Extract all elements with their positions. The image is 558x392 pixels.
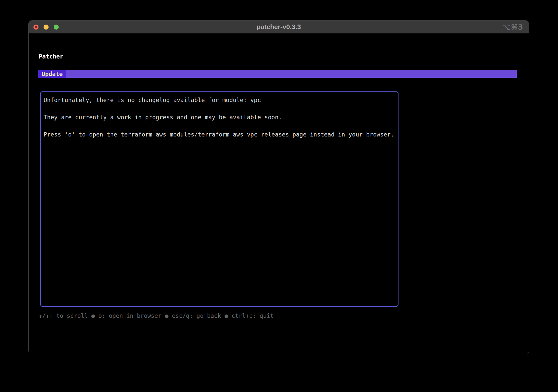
- changelog-line: Press 'o' to open the terraform-aws-modu…: [44, 130, 395, 139]
- terminal-content: Patcher Update Unfortunately, there is n…: [29, 34, 529, 354]
- tab-bar: Update: [38, 70, 517, 78]
- app-heading: Patcher: [39, 52, 63, 61]
- help-bar: ↑/↓: to scroll ● o: open in browser ● es…: [39, 311, 274, 320]
- changelog-viewport[interactable]: Unfortunately, there is no changelog ava…: [40, 91, 398, 307]
- changelog-line: Unfortunately, there is no changelog ava…: [44, 96, 395, 104]
- window-titlebar[interactable]: patcher-v0.3.3 ⌥⌘3: [29, 21, 529, 33]
- changelog-line: They are currently a work in progress an…: [44, 113, 395, 122]
- tab-update[interactable]: Update: [38, 70, 66, 78]
- window-title: patcher-v0.3.3: [29, 21, 529, 33]
- tab-shortcut-label: ⌥⌘3: [502, 21, 523, 33]
- app-window: patcher-v0.3.3 ⌥⌘3 Patcher Update Unfort…: [28, 20, 529, 354]
